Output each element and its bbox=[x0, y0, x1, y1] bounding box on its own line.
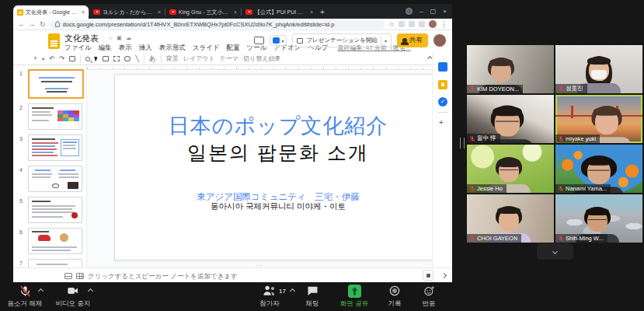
participant-video-7[interactable]: CHOI GAYEON bbox=[467, 194, 554, 243]
browser-avatar[interactable] bbox=[429, 20, 437, 28]
kebab-menu-icon[interactable]: ⋮ bbox=[440, 21, 447, 28]
share-button[interactable]: 共有 bbox=[397, 33, 428, 47]
record-button[interactable]: 기록 bbox=[379, 285, 410, 309]
menu-arrange[interactable]: 配置 bbox=[227, 44, 240, 53]
slide-title-japanese[interactable]: 日本のポップ文化紹介 bbox=[115, 112, 432, 140]
zoom-meeting-window: 文化発表 - Google スライド × ヨルシカ - だから僕は音楽を辞めた.… bbox=[0, 0, 644, 311]
participant-name-tag: 정호진 bbox=[555, 84, 587, 93]
back-icon[interactable]: ← bbox=[18, 21, 25, 28]
extension-icon[interactable] bbox=[399, 21, 405, 27]
filmstrip-view-icon[interactable] bbox=[64, 273, 72, 279]
grid-view-icon[interactable] bbox=[76, 273, 84, 279]
shared-screen: 文化発表 - Google スライド × ヨルシカ - だから僕は音楽を辞めた.… bbox=[13, 4, 452, 282]
video-options-icon[interactable] bbox=[89, 289, 92, 293]
participant-video-8[interactable]: Shih-Ming W... bbox=[555, 194, 642, 243]
tab-close-icon[interactable]: × bbox=[234, 9, 237, 15]
tab-youtube-2[interactable]: King Gnu - 三文小説 - YouTube × bbox=[165, 5, 241, 19]
image-icon[interactable] bbox=[113, 56, 120, 61]
menu-slide[interactable]: スライド bbox=[193, 44, 220, 53]
menu-insert[interactable]: 挿入 bbox=[139, 44, 152, 53]
tasks-icon[interactable]: ✓ bbox=[438, 97, 447, 107]
print-icon[interactable] bbox=[69, 56, 75, 61]
slide-thumbnail-1[interactable] bbox=[28, 69, 84, 99]
tab-close-icon[interactable]: × bbox=[82, 9, 85, 15]
menu-file[interactable]: ファイル bbox=[64, 44, 92, 53]
chevron-right-icon[interactable] bbox=[441, 273, 447, 278]
minimize-button[interactable]: – bbox=[419, 8, 423, 15]
new-slide-button[interactable]: + bbox=[33, 55, 37, 62]
forward-icon[interactable]: → bbox=[29, 21, 36, 28]
slideshow-icon[interactable] bbox=[254, 37, 264, 44]
close-button[interactable]: × bbox=[443, 8, 447, 15]
keep-icon[interactable] bbox=[438, 80, 447, 89]
stop-video-button[interactable]: 비디오 중지 bbox=[50, 285, 96, 309]
mute-options-icon[interactable] bbox=[39, 289, 43, 293]
tab-close-icon[interactable]: × bbox=[158, 9, 161, 15]
tab-slides[interactable]: 文化発表 - Google スライド × bbox=[13, 5, 89, 19]
reload-icon[interactable]: ↻ bbox=[40, 21, 46, 28]
participants-options-icon[interactable] bbox=[291, 289, 294, 293]
tab-close-icon[interactable]: × bbox=[310, 9, 313, 15]
present-to-meeting-button[interactable]: ▾ bbox=[270, 35, 287, 46]
gallery-more-button[interactable] bbox=[537, 243, 573, 260]
slide-thumbnail-2[interactable] bbox=[28, 103, 82, 130]
participant-video-1[interactable]: KIM DOYEON... bbox=[467, 45, 554, 93]
menu-edit[interactable]: 編集 bbox=[99, 44, 112, 53]
star-document-icon[interactable]: ☆ bbox=[108, 35, 113, 41]
line-icon[interactable]: ╲ bbox=[135, 55, 139, 62]
slide-thumbnail-4[interactable] bbox=[28, 166, 82, 192]
redo-icon[interactable]: ↷ bbox=[59, 55, 64, 62]
chat-button[interactable]: 채팅 bbox=[297, 285, 328, 309]
address-bar[interactable]: docs.google.com/presentation/d/1T4fHVX_B… bbox=[50, 20, 385, 29]
present-dropdown-icon[interactable]: ▾ bbox=[385, 38, 387, 44]
reactions-button[interactable]: 반응 bbox=[413, 285, 444, 309]
extension-icon[interactable] bbox=[409, 21, 415, 27]
transition-button[interactable]: 切り替え効果 bbox=[243, 54, 280, 63]
document-title[interactable]: 文化発表 bbox=[64, 33, 99, 44]
browser-profile-icon[interactable] bbox=[406, 8, 413, 15]
theme-button[interactable]: テーマ bbox=[220, 54, 238, 63]
shape-icon[interactable] bbox=[124, 56, 131, 61]
chevron-down-icon bbox=[552, 249, 558, 254]
zoom-icon[interactable] bbox=[85, 57, 90, 61]
bookmark-star-icon[interactable]: ☆ bbox=[388, 21, 395, 28]
participant-video-2[interactable]: 정호진 bbox=[555, 45, 642, 93]
share-screen-button[interactable]: 화면 공유 bbox=[334, 285, 374, 309]
menu-format[interactable]: 表示形式 bbox=[159, 44, 186, 53]
google-slides-logo[interactable] bbox=[48, 33, 60, 49]
layout-button[interactable]: レイアウト bbox=[183, 54, 215, 63]
explore-button[interactable] bbox=[423, 270, 433, 281]
slide-thumbnail-6[interactable] bbox=[28, 228, 82, 254]
participant-video-6[interactable]: Nanami Yama... bbox=[555, 145, 642, 193]
undo-icon[interactable]: ↶ bbox=[49, 55, 54, 62]
start-presentation-button[interactable]: プレゼンテーションを開始 ▾ bbox=[292, 33, 392, 47]
tab-youtube-1[interactable]: ヨルシカ - だから僕は音楽を辞めた... × bbox=[89, 5, 165, 19]
new-tab-button[interactable]: + bbox=[320, 8, 325, 16]
current-slide[interactable]: 日本のポップ文化紹介 일본의 팝문화 소개 東アジア国際コミュニティ 三宅・伊藤… bbox=[114, 74, 432, 260]
slide-thumbnail-3[interactable] bbox=[28, 135, 82, 161]
slide-credit-korean[interactable]: 동아시아 국제커뮤니티 미야케・이토 bbox=[115, 201, 432, 212]
slide-title-korean[interactable]: 일본의 팝문화 소개 bbox=[115, 140, 432, 166]
participants-button[interactable]: 17 참가자 bbox=[247, 285, 292, 309]
extension-icon[interactable] bbox=[419, 21, 425, 27]
text-format-icon[interactable]: あ bbox=[149, 55, 156, 62]
participant-video-5[interactable]: Jessie Ho bbox=[467, 145, 554, 193]
tab-youtube-3[interactable]: 【公式】PUI PUI モルカー 第1話... × bbox=[242, 5, 317, 19]
get-addons-icon[interactable]: + bbox=[439, 118, 444, 127]
participant-video-3[interactable]: 畠中 惇 bbox=[467, 95, 554, 143]
account-avatar[interactable] bbox=[433, 34, 446, 47]
new-slide-dropdown-icon[interactable]: ▾ bbox=[42, 57, 44, 61]
slide-thumbnail-5[interactable] bbox=[28, 197, 82, 223]
speaker-notes-placeholder[interactable]: クリックするとスピーカー ノートを追加できます bbox=[88, 272, 238, 281]
text-box-icon[interactable] bbox=[103, 56, 109, 61]
menu-view[interactable]: 表示 bbox=[119, 44, 132, 53]
mute-button[interactable]: 음소거 해제 bbox=[2, 285, 48, 309]
background-button[interactable]: 背景 bbox=[166, 54, 179, 63]
calendar-icon[interactable] bbox=[438, 62, 447, 72]
select-cursor-icon[interactable] bbox=[94, 56, 99, 62]
maximize-button[interactable]: ▢ bbox=[430, 8, 437, 15]
url-text: docs.google.com/presentation/d/1T4fHVX_B… bbox=[63, 21, 335, 28]
participant-video-4-active-speaker[interactable]: miyake yuki bbox=[555, 95, 642, 143]
move-folder-icon[interactable]: ▣ bbox=[117, 35, 122, 41]
panel-resize-handle[interactable] bbox=[460, 138, 465, 149]
